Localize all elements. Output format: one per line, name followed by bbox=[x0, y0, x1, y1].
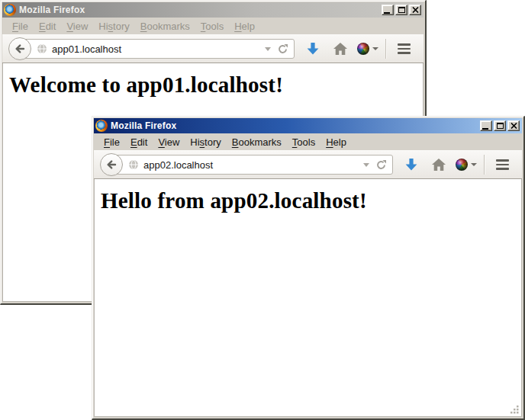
download-button[interactable] bbox=[299, 37, 327, 61]
menu-history[interactable]: History bbox=[185, 134, 226, 150]
color-wheel-button[interactable] bbox=[354, 37, 382, 61]
back-button[interactable] bbox=[8, 37, 31, 60]
maximize-icon bbox=[398, 7, 405, 13]
page-heading: Hello from app02.localhost! bbox=[101, 188, 521, 213]
back-arrow-icon bbox=[14, 43, 26, 55]
menu-bar: File Edit View History Bookmarks Tools H… bbox=[94, 133, 522, 150]
color-wheel-button[interactable] bbox=[453, 152, 480, 177]
menu-bar: File Edit View History Bookmarks Tools H… bbox=[2, 18, 424, 34]
menu-help[interactable]: Help bbox=[229, 18, 260, 34]
home-button[interactable] bbox=[425, 152, 453, 177]
color-wheel-caret-icon bbox=[372, 47, 378, 50]
minimize-icon bbox=[384, 12, 390, 14]
url-text: app01.localhost bbox=[52, 43, 260, 55]
window-title: Mozilla Firefox bbox=[111, 120, 477, 131]
home-button[interactable] bbox=[327, 37, 354, 61]
minimize-icon bbox=[482, 128, 488, 130]
color-wheel-icon bbox=[357, 43, 369, 55]
home-icon bbox=[431, 158, 446, 172]
back-arrow-icon bbox=[105, 159, 118, 171]
download-icon bbox=[404, 157, 419, 172]
browser-window-app02: Mozilla Firefox File Edit View History B… bbox=[92, 116, 525, 420]
menu-edit[interactable]: Edit bbox=[34, 18, 61, 34]
close-button[interactable] bbox=[507, 120, 520, 131]
toolbar-separator bbox=[484, 155, 485, 175]
menu-tools[interactable]: Tools bbox=[195, 18, 229, 34]
maximize-button[interactable] bbox=[395, 5, 407, 15]
maximize-button[interactable] bbox=[494, 120, 506, 131]
minimize-button[interactable] bbox=[382, 5, 394, 15]
menu-view[interactable]: View bbox=[61, 18, 93, 34]
globe-icon bbox=[128, 159, 139, 170]
download-button[interactable] bbox=[398, 152, 425, 177]
menu-bookmarks[interactable]: Bookmarks bbox=[135, 18, 195, 34]
title-bar[interactable]: Mozilla Firefox bbox=[94, 118, 522, 133]
app-menu-button[interactable] bbox=[488, 152, 516, 177]
menu-tools[interactable]: Tools bbox=[287, 134, 320, 150]
window-title: Mozilla Firefox bbox=[19, 5, 378, 15]
window-controls bbox=[480, 120, 520, 131]
menu-view[interactable]: View bbox=[153, 134, 185, 150]
url-text: app02.localhost bbox=[143, 159, 359, 171]
globe-icon bbox=[37, 43, 47, 54]
download-icon bbox=[305, 41, 320, 56]
page-heading: Welcome to app01.localhost! bbox=[9, 72, 423, 98]
minimize-button[interactable] bbox=[480, 120, 492, 131]
hamburger-icon bbox=[496, 159, 509, 170]
close-button[interactable] bbox=[409, 5, 421, 15]
color-wheel-caret-icon bbox=[471, 163, 477, 166]
close-icon bbox=[511, 123, 517, 129]
menu-file[interactable]: File bbox=[7, 18, 34, 34]
page-content-app02: Hello from app02.localhost! bbox=[94, 179, 522, 417]
window-controls bbox=[382, 5, 422, 15]
app-menu-button[interactable] bbox=[390, 37, 417, 61]
reload-icon[interactable] bbox=[277, 43, 288, 55]
menu-bookmarks[interactable]: Bookmarks bbox=[227, 134, 287, 150]
menu-edit[interactable]: Edit bbox=[125, 134, 153, 150]
url-bar[interactable]: app01.localhost bbox=[20, 39, 295, 59]
title-bar[interactable]: Mozilla Firefox bbox=[2, 2, 424, 18]
menu-history[interactable]: History bbox=[93, 18, 134, 34]
maximize-icon bbox=[497, 123, 504, 129]
urlbar-dropdown-icon[interactable] bbox=[363, 163, 369, 167]
navigation-toolbar: app02.localhost bbox=[94, 150, 522, 179]
firefox-icon[interactable] bbox=[95, 120, 108, 132]
toolbar-separator bbox=[385, 39, 386, 59]
back-button[interactable] bbox=[100, 153, 123, 176]
navigation-toolbar: app01.localhost bbox=[2, 34, 424, 63]
resize-grip-icon[interactable] bbox=[508, 403, 520, 415]
toolbar-buttons bbox=[299, 37, 417, 61]
toolbar-buttons bbox=[398, 152, 516, 177]
urlbar-dropdown-icon[interactable] bbox=[265, 47, 271, 51]
color-wheel-icon bbox=[456, 159, 468, 171]
url-bar[interactable]: app02.localhost bbox=[111, 155, 393, 175]
firefox-icon[interactable] bbox=[4, 4, 16, 16]
close-icon bbox=[412, 7, 419, 13]
menu-file[interactable]: File bbox=[98, 134, 125, 150]
home-icon bbox=[333, 42, 348, 56]
menu-help[interactable]: Help bbox=[320, 134, 352, 150]
reload-icon[interactable] bbox=[375, 159, 387, 171]
hamburger-icon bbox=[398, 43, 411, 54]
